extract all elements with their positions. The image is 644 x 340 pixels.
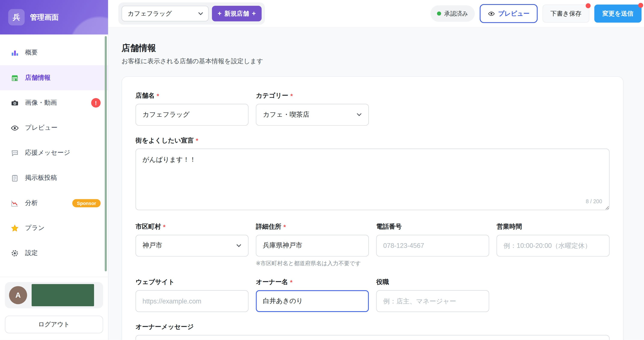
website-input[interactable] [136,290,248,312]
store-select[interactable]: カフェフラッグ [122,6,209,21]
sidebar-item-settings[interactable]: 設定 [0,241,108,266]
eye-icon [10,123,19,132]
sidebar-item-overview[interactable]: 概要 [0,40,108,65]
sidebar-item-label: 分析 [25,199,38,207]
user-card: A [5,282,103,308]
app-title: 管理画面 [30,12,58,22]
sidebar-item-analytics[interactable]: 分析 Sponsor [0,190,108,215]
required-asterisk: * [283,223,286,231]
field-business-hours: 営業時間 [496,223,609,257]
camera-icon [10,98,19,107]
field-city: 市区町村 * 神戸市 [136,223,248,257]
sidebar-item-label: 応援メッセージ [25,149,70,157]
field-owner-message: オーナーメッセージ [136,323,610,340]
clipboard-icon [10,174,19,182]
field-declaration: 街をよくしたい宣言 * がんばります！！ 8 / 200 [136,136,610,212]
phone-input[interactable] [376,235,489,257]
approval-status-badge: 承認済み [430,5,475,22]
preview-button[interactable]: プレビュー [480,4,538,23]
eye-icon [488,10,495,17]
sidebar-scrollbar[interactable] [105,36,107,271]
store-name-label: 店舗名 [136,91,154,100]
owner-name-input[interactable] [256,290,369,312]
store-icon [10,73,19,82]
admin-app: 兵 管理画面 概要 店舗情報 画像・動画 ! [0,0,644,340]
plus-icon: + [252,10,256,17]
store-name-input[interactable] [136,104,248,126]
submit-changes-label: 変更を送信 [602,9,633,17]
sidebar-item-store-info[interactable]: 店舗情報 [0,65,108,90]
page-title: 店舗情報 [122,42,624,54]
profile-image [32,284,94,306]
field-owner-name: オーナー名 * [256,278,369,312]
field-store-name: 店舗名 * [136,91,248,125]
store-info-form-card: 店舗名 * カテゴリー * カフェ・喫茶店 [122,76,624,340]
save-draft-button[interactable]: 下書き保存 [543,4,589,23]
avatar: A [9,286,27,304]
sidebar-item-plan[interactable]: プラン [0,215,108,240]
sidebar-item-support-messages[interactable]: 応援メッセージ [0,140,108,165]
topbar-actions: 承認済み プレビュー 下書き保存 変更を送信 [430,4,642,23]
plus-icon: + [218,10,222,17]
page-subtitle: お客様に表示される店舗の基本情報を設定します [122,57,624,66]
required-asterisk: * [290,92,293,100]
alert-badge: ! [91,98,100,107]
sponsor-badge: Sponsor [72,199,101,207]
address-helper-text: ※市区町村名と都道府県名は入力不要です [256,260,369,267]
chevron-down-icon [198,12,203,15]
sidebar-item-preview[interactable]: プレビュー [0,115,108,140]
star-icon [10,224,19,232]
new-store-button[interactable]: + 新規店舗 + [212,6,262,21]
topbar: カフェフラッグ + 新規店舗 + 承認済み プレビュー [108,0,644,27]
approval-status-label: 承認済み [444,9,468,17]
sidebar-header: 兵 管理画面 [0,0,108,34]
phone-label: 電話番号 [376,223,402,231]
bar-chart-icon [10,48,19,57]
declaration-textarea[interactable]: がんばります！！ [136,149,610,210]
field-role: 役職 [376,278,489,312]
main-area: カフェフラッグ + 新規店舗 + 承認済み プレビュー [108,0,644,340]
field-category: カテゴリー * カフェ・喫茶店 [256,91,369,125]
chevron-down-icon [236,244,242,248]
category-select[interactable]: カフェ・喫茶店 [256,104,369,126]
logout-button[interactable]: ログアウト [5,316,103,333]
role-label: 役職 [376,278,389,286]
sidebar-item-label: 掲示板投稿 [25,174,57,182]
owner-name-label: オーナー名 [256,278,288,286]
sidebar-footer: A ログアウト [0,277,108,340]
owner-message-label: オーナーメッセージ [136,323,194,331]
sidebar-item-label: 店舗情報 [25,73,50,82]
new-store-label: 新規店舗 [224,9,249,17]
sidebar-item-board-posts[interactable]: 掲示板投稿 [0,165,108,190]
declaration-label: 街をよくしたい宣言 [136,136,194,145]
field-address: 詳細住所 * ※市区町村名と都道府県名は入力不要です [256,223,369,267]
line-chart-icon [10,199,19,207]
category-select-value: カフェ・喫茶店 [263,110,309,119]
status-dot [437,11,441,15]
page-content: 店舗情報 お客様に表示される店舗の基本情報を設定します 店舗名 * カテゴ [108,27,644,340]
sidebar-item-label: プレビュー [25,123,58,132]
store-select-value: カフェフラッグ [128,9,172,17]
chevron-down-icon [356,113,362,116]
chat-bubble-icon [10,149,19,157]
required-asterisk: * [157,92,159,100]
required-asterisk: * [196,137,198,144]
city-label: 市区町村 [136,223,161,231]
address-input[interactable] [256,235,369,257]
sidebar-item-label: 画像・動画 [25,98,57,107]
submit-changes-button[interactable]: 変更を送信 [594,4,642,23]
role-input[interactable] [376,290,489,312]
city-select-value: 神戸市 [142,242,162,250]
business-hours-input[interactable] [496,235,609,257]
required-asterisk: * [290,279,293,286]
business-hours-label: 営業時間 [496,223,522,231]
notification-dot [586,3,590,8]
sidebar-item-label: 概要 [25,48,38,57]
required-asterisk: * [163,223,166,231]
save-draft-label: 下書き保存 [550,9,582,17]
sidebar-item-label: プラン [25,224,44,232]
city-select[interactable]: 神戸市 [136,235,248,257]
sidebar-item-images-videos[interactable]: 画像・動画 ! [0,90,108,115]
store-switcher-group: カフェフラッグ + 新規店舗 + [118,2,265,25]
owner-message-textarea[interactable] [136,335,610,340]
